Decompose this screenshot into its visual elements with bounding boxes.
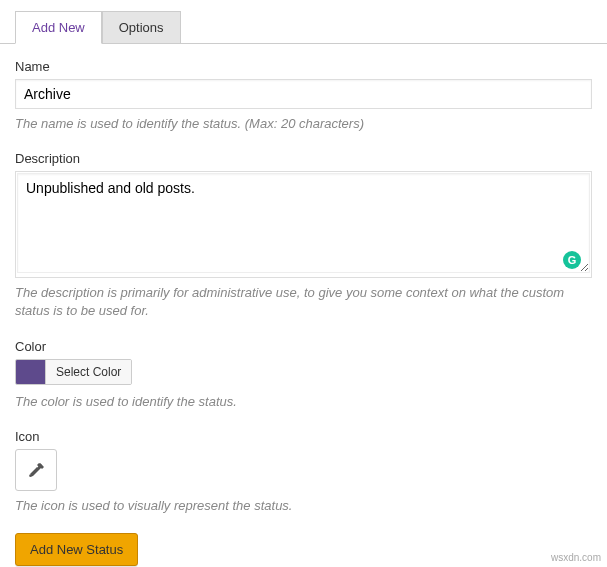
color-group: Color Select Color The color is used to … [15,339,592,411]
description-label: Description [15,151,592,166]
description-input[interactable] [17,173,590,273]
icon-help: The icon is used to visually represent t… [15,497,592,515]
description-wrapper: G [15,171,592,278]
color-swatch [16,360,46,384]
watermark: wsxdn.com [551,552,601,563]
color-picker[interactable]: Select Color [15,359,132,385]
hammer-icon [26,460,46,480]
tab-add-new[interactable]: Add New [15,11,102,44]
name-label: Name [15,59,592,74]
color-help: The color is used to identify the status… [15,393,592,411]
name-input[interactable] [15,79,592,109]
name-group: Name The name is used to identify the st… [15,59,592,133]
tab-bar: Add New Options [0,10,607,44]
select-color-button[interactable]: Select Color [46,360,131,384]
form-container: Name The name is used to identify the st… [0,44,607,567]
icon-label: Icon [15,429,592,444]
icon-group: Icon The icon is used to visually repres… [15,429,592,515]
icon-picker-button[interactable] [15,449,57,491]
description-group: Description G The description is primari… [15,151,592,320]
color-label: Color [15,339,592,354]
name-help: The name is used to identify the status.… [15,115,592,133]
add-new-status-button[interactable]: Add New Status [15,533,138,566]
description-help: The description is primarily for adminis… [15,284,592,320]
tab-options[interactable]: Options [102,11,181,44]
